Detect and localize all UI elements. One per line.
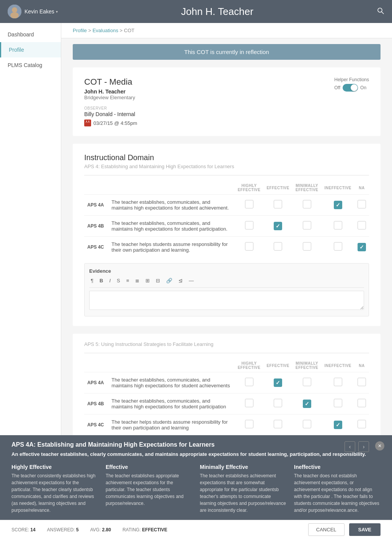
- breadcrumb-evaluations-link[interactable]: Evaluations: [93, 28, 118, 33]
- rating-value: EFFECTIVE: [142, 527, 167, 532]
- checkbox-na[interactable]: [354, 237, 369, 258]
- checkbox-highly-effective[interactable]: [235, 216, 264, 237]
- checkbox-ineffective[interactable]: [321, 216, 354, 237]
- evidence-toolbar-1: ¶ B I S ≡ ≣ ⊞ ⊟ 🔗 ⊴ —: [89, 277, 364, 288]
- toolbar-align[interactable]: ⊴: [177, 277, 184, 284]
- checkbox-minimally[interactable]: [292, 393, 322, 414]
- toolbar-italic[interactable]: I: [108, 277, 112, 284]
- toolbar-ol[interactable]: ≣: [134, 277, 141, 284]
- next-arrow-button[interactable]: ›: [358, 441, 369, 452]
- rubric-col-highly-effective: Highly Effective The teacher consistentl…: [11, 464, 98, 514]
- toolbar-paragraph[interactable]: ¶: [89, 277, 95, 284]
- toolbar-hr[interactable]: —: [187, 277, 195, 284]
- checkbox[interactable]: [358, 378, 366, 386]
- helper-functions: Helper Functions Off On: [334, 77, 369, 92]
- helper-toggle-switch[interactable]: [343, 84, 358, 92]
- sidebar-item-dashboard[interactable]: Dashboard: [0, 27, 61, 42]
- checkbox-highly-effective[interactable]: [235, 393, 264, 414]
- checkbox[interactable]: [274, 200, 282, 208]
- domain1-section: Instructional Domain APS 4: Establishing…: [73, 144, 381, 326]
- avg-label: AVG:: [90, 527, 101, 532]
- sidebar-item-profile[interactable]: Profile: [0, 42, 61, 57]
- observer-label: OBSERVER: [84, 106, 369, 110]
- checkbox[interactable]: [245, 242, 253, 251]
- checkbox[interactable]: [274, 242, 282, 251]
- checkbox-na[interactable]: [354, 372, 369, 393]
- checkbox-effective[interactable]: [263, 195, 292, 216]
- col2-highly-effective: HIGHLYEFFECTIVE: [235, 359, 264, 372]
- checkbox[interactable]: [274, 399, 282, 407]
- checkbox-ineffective[interactable]: [321, 372, 354, 393]
- checkbox[interactable]: [358, 221, 366, 229]
- rubric-title-highly-effective: Highly Effective: [11, 464, 98, 470]
- checkbox[interactable]: [245, 378, 253, 386]
- aps-description: The teacher establishes, communicates, a…: [108, 393, 235, 414]
- checkbox-na[interactable]: [354, 393, 369, 414]
- checkbox-effective[interactable]: [263, 414, 292, 436]
- search-button[interactable]: [377, 7, 384, 16]
- checkbox[interactable]: [245, 420, 253, 428]
- checkbox-minimally[interactable]: [292, 372, 322, 393]
- checkbox-effective[interactable]: [263, 216, 292, 237]
- close-panel-button[interactable]: ✕: [375, 441, 384, 451]
- helper-functions-label: Helper Functions: [334, 77, 369, 82]
- checkbox[interactable]: [303, 200, 311, 208]
- checkbox-effective[interactable]: [263, 372, 292, 393]
- prev-arrow-button[interactable]: ‹: [345, 441, 355, 452]
- checkbox[interactable]: [334, 399, 342, 407]
- checkbox-highly-effective[interactable]: [235, 195, 264, 216]
- checkbox[interactable]: [358, 399, 366, 407]
- breadcrumb-profile-link[interactable]: Profile: [73, 28, 87, 33]
- checkbox-na[interactable]: [354, 414, 369, 436]
- checkbox[interactable]: [358, 200, 366, 208]
- checkbox-checked[interactable]: [358, 243, 366, 251]
- checkbox-checked[interactable]: [274, 222, 282, 230]
- evidence-textarea-1[interactable]: [89, 291, 364, 310]
- user-menu[interactable]: Kevin Eakes ▾: [8, 5, 58, 18]
- checkbox[interactable]: [334, 221, 342, 229]
- checkbox-checked[interactable]: [334, 421, 342, 429]
- toolbar-bold[interactable]: B: [98, 277, 105, 284]
- checkbox[interactable]: [334, 242, 342, 251]
- checkbox-minimally[interactable]: [292, 237, 322, 258]
- checkbox-ineffective[interactable]: [321, 237, 354, 258]
- toolbar-strikethrough[interactable]: S: [115, 277, 122, 284]
- checkbox[interactable]: [303, 221, 311, 229]
- checkbox[interactable]: [303, 378, 311, 386]
- checkbox-highly-effective[interactable]: [235, 414, 264, 436]
- checkbox-effective[interactable]: [263, 393, 292, 414]
- checkbox[interactable]: [303, 242, 311, 251]
- checkbox-highly-effective[interactable]: [235, 237, 264, 258]
- checkbox-effective[interactable]: [263, 237, 292, 258]
- table-row: APS 4A The teacher establishes, communic…: [84, 195, 369, 216]
- checkbox-checked[interactable]: [303, 400, 311, 408]
- checkbox-na[interactable]: [354, 195, 369, 216]
- checkbox-highly-effective[interactable]: [235, 372, 264, 393]
- checkbox-ineffective[interactable]: [321, 414, 354, 436]
- toolbar-outdent[interactable]: ⊟: [154, 277, 162, 284]
- toolbar-link[interactable]: 🔗: [165, 277, 174, 284]
- score-bar: SCORE: 14 ANSWERED: 5 AVG: 2.80 RATING: …: [0, 520, 392, 539]
- toolbar-indent[interactable]: ⊞: [144, 277, 151, 284]
- checkbox-na[interactable]: [354, 216, 369, 237]
- checkbox[interactable]: [245, 221, 253, 229]
- checkbox-minimally[interactable]: [292, 195, 322, 216]
- checkbox[interactable]: [358, 420, 366, 428]
- checkbox[interactable]: [303, 420, 311, 428]
- checkbox[interactable]: [274, 420, 282, 428]
- checkbox-minimally[interactable]: [292, 216, 322, 237]
- sidebar-item-plms-catalog[interactable]: PLMS Catalog: [0, 57, 61, 73]
- checkbox[interactable]: [245, 399, 253, 407]
- checkbox-checked[interactable]: [334, 201, 342, 209]
- cancel-button[interactable]: CANCEL: [308, 523, 345, 536]
- table-row: APS 4A The teacher establishes, communic…: [84, 372, 369, 393]
- checkbox[interactable]: [245, 200, 253, 208]
- checkbox[interactable]: [334, 378, 342, 386]
- save-button[interactable]: SAVE: [349, 523, 381, 536]
- col2-effective: EFFECTIVE: [263, 359, 292, 372]
- checkbox-checked[interactable]: [274, 378, 282, 387]
- checkbox-ineffective[interactable]: [321, 393, 354, 414]
- toolbar-ul[interactable]: ≡: [125, 277, 131, 284]
- checkbox-minimally[interactable]: [292, 414, 322, 436]
- checkbox-ineffective[interactable]: [321, 195, 354, 216]
